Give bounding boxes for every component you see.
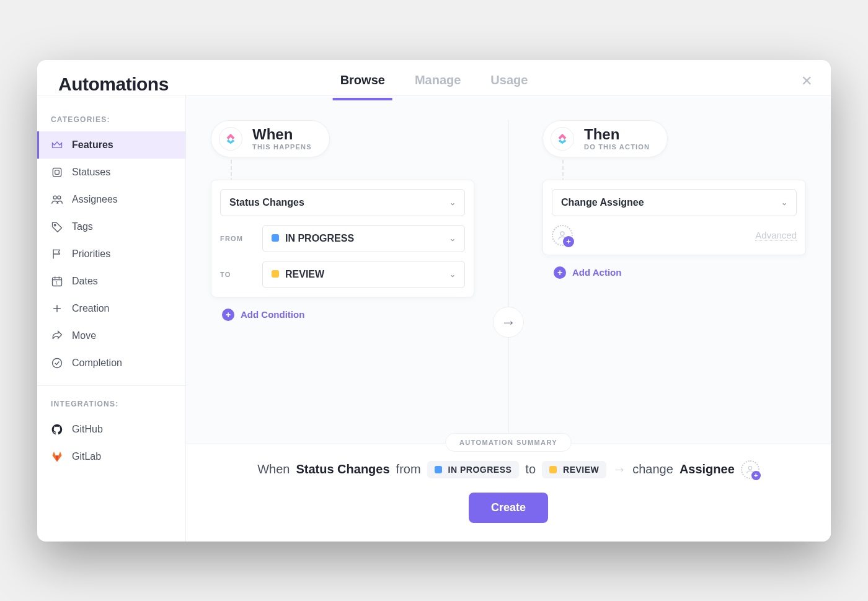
sidebar-item-label: Priorities — [72, 248, 110, 260]
square-icon — [51, 166, 63, 178]
sidebar-item-priorities[interactable]: Priorities — [37, 240, 185, 268]
when-column: When THIS HAPPENS Status Changes ⌄ FROM — [211, 120, 474, 321]
chevron-down-icon: ⌄ — [450, 198, 456, 207]
summary-word-to: to — [525, 462, 536, 476]
flow-arrow-icon: → — [493, 307, 524, 338]
sidebar: CATEGORIES: Features Statuses Assignees … — [37, 95, 186, 542]
sidebar-item-move[interactable]: Move — [37, 322, 185, 349]
to-label: TO — [220, 271, 255, 278]
sidebar-item-dates[interactable]: 1 Dates — [37, 268, 185, 295]
plus-icon: + — [751, 471, 761, 480]
sidebar-item-label: Creation — [72, 303, 109, 314]
when-title: When — [252, 127, 312, 142]
summary-chip-from: IN PROGRESS — [427, 461, 520, 478]
from-status-value: IN PROGRESS — [285, 233, 354, 243]
github-icon — [51, 423, 63, 436]
svg-point-4 — [54, 224, 56, 226]
action-card: Change Assignee ⌄ + Advanced — [542, 180, 806, 255]
flag-icon — [51, 248, 63, 260]
sidebar-item-label: Completion — [72, 358, 122, 369]
summary-heading: AUTOMATION SUMMARY — [445, 433, 572, 452]
trigger-value: Status Changes — [229, 197, 304, 208]
svg-point-9 — [748, 466, 751, 469]
sidebar-item-tags[interactable]: Tags — [37, 213, 185, 240]
plus-circle-icon: + — [222, 309, 234, 321]
sidebar-item-features[interactable]: Features — [37, 131, 185, 159]
status-color-review — [272, 270, 279, 278]
trigger-select[interactable]: Status Changes ⌄ — [220, 189, 465, 216]
sidebar-item-label: Dates — [72, 276, 98, 287]
from-label: FROM — [220, 235, 255, 242]
advanced-link[interactable]: Advanced — [755, 230, 797, 241]
from-status-select[interactable]: IN PROGRESS ⌄ — [262, 225, 465, 252]
create-button[interactable]: Create — [469, 493, 548, 523]
svg-point-7 — [53, 358, 62, 367]
sidebar-item-label: Tags — [72, 221, 93, 232]
summary-chip-to: REVIEW — [542, 461, 606, 478]
sidebar-item-github[interactable]: GitHub — [37, 416, 185, 443]
automations-modal: Automations Browse Manage Usage × CATEGO… — [37, 60, 831, 542]
chevron-down-icon: ⌄ — [450, 270, 456, 279]
sidebar-item-label: Features — [72, 139, 113, 151]
modal-title: Automations — [58, 74, 169, 95]
gitlab-icon — [51, 450, 63, 463]
add-condition-button[interactable]: + Add Condition — [222, 309, 474, 321]
chevron-down-icon: ⌄ — [781, 198, 787, 207]
sidebar-item-label: GitHub — [72, 424, 103, 435]
sidebar-item-label: Statuses — [72, 167, 110, 178]
when-subtitle: THIS HAPPENS — [252, 143, 312, 151]
chevron-down-icon: ⌄ — [450, 234, 456, 243]
main-panel: When THIS HAPPENS Status Changes ⌄ FROM — [186, 95, 831, 542]
to-status-value: REVIEW — [285, 269, 324, 279]
share-arrow-icon — [51, 330, 63, 342]
action-select[interactable]: Change Assignee ⌄ — [552, 189, 797, 216]
then-title: Then — [584, 127, 650, 142]
add-action-label: Add Action — [572, 267, 621, 278]
svg-rect-0 — [53, 168, 61, 176]
close-icon[interactable]: × — [801, 71, 812, 90]
add-condition-label: Add Condition — [241, 309, 304, 320]
automation-summary: AUTOMATION SUMMARY When Status Changes f… — [186, 444, 831, 542]
action-value: Change Assignee — [561, 197, 644, 208]
sidebar-item-completion[interactable]: Completion — [37, 349, 185, 377]
plus-icon: + — [563, 236, 574, 247]
summary-assignee-icon[interactable]: + — [741, 460, 760, 479]
summary-word-from: from — [396, 462, 421, 476]
people-icon — [51, 193, 63, 206]
status-color-in-progress — [272, 234, 279, 242]
integrations-heading: INTEGRATIONS: — [37, 395, 185, 416]
svg-text:1: 1 — [56, 281, 58, 285]
add-action-button[interactable]: + Add Action — [554, 266, 806, 279]
to-status-select[interactable]: REVIEW ⌄ — [262, 261, 465, 288]
sidebar-item-label: Assignees — [72, 194, 118, 205]
clickup-logo-icon — [219, 127, 242, 151]
sidebar-item-creation[interactable]: Creation — [37, 295, 185, 322]
summary-sentence: When Status Changes from IN PROGRESS to … — [205, 460, 812, 479]
svg-point-2 — [53, 196, 56, 199]
svg-rect-1 — [55, 170, 60, 174]
then-column: Then DO THIS ACTION Change Assignee ⌄ — [542, 120, 806, 279]
then-subtitle: DO THIS ACTION — [584, 143, 650, 151]
when-header-pill: When THIS HAPPENS — [211, 120, 330, 157]
summary-word-change: change — [632, 462, 673, 476]
svg-point-3 — [58, 196, 61, 199]
summary-word-when: When — [257, 462, 290, 476]
sidebar-item-assignees[interactable]: Assignees — [37, 186, 185, 213]
calendar-icon: 1 — [51, 275, 63, 287]
check-circle-icon — [51, 357, 63, 369]
sidebar-item-gitlab[interactable]: GitLab — [37, 443, 185, 470]
trigger-card: Status Changes ⌄ FROM IN PROGRESS ⌄ TO — [211, 180, 474, 297]
sidebar-item-statuses[interactable]: Statuses — [37, 159, 185, 186]
arrow-right-icon: → — [613, 462, 626, 478]
add-assignee-button[interactable]: + — [552, 225, 573, 246]
plus-icon — [51, 302, 63, 315]
sidebar-item-label: Move — [72, 330, 96, 341]
summary-trigger: Status Changes — [296, 462, 389, 476]
tag-icon — [51, 221, 63, 233]
svg-point-8 — [560, 232, 564, 235]
summary-target: Assignee — [680, 462, 735, 476]
then-header-pill: Then DO THIS ACTION — [542, 120, 668, 157]
modal-header: Automations Browse Manage Usage × — [37, 60, 831, 95]
sidebar-item-label: GitLab — [72, 451, 101, 462]
clickup-logo-icon — [551, 127, 574, 151]
